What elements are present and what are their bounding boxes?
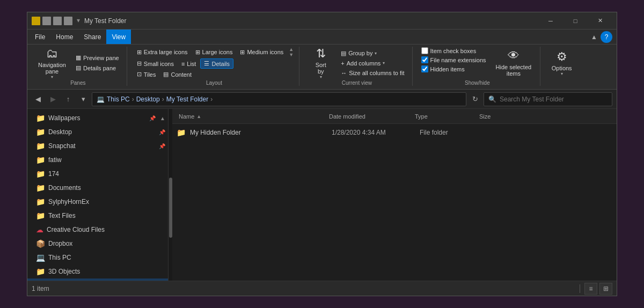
sidebar-item-text-files[interactable]: 📁 Text Files (27, 209, 172, 223)
sidebar-scrollbar[interactable] (168, 109, 172, 281)
hidden-items-checkbox[interactable]: Hidden items (419, 65, 488, 73)
table-row[interactable]: 📁 My Hidden Folder 1/28/2020 4:34 AM Fil… (172, 125, 617, 140)
sidebar: 📁 Wallpapers 📌 ▲ 📁 Desktop 📌 📁 Snapchat … (27, 109, 172, 281)
search-input[interactable] (500, 96, 608, 103)
menu-share[interactable]: Share (78, 30, 106, 44)
file-name-extensions-input[interactable] (421, 56, 428, 63)
breadcrumb-this-pc[interactable]: This PC (107, 96, 130, 103)
add-columns-dropdown-arrow: ▾ (383, 61, 385, 65)
folder-icon-fatiw: 📁 (36, 156, 45, 164)
ribbon-show-hide-group: Item check boxes File name extensions Hi… (417, 47, 541, 86)
extra-large-icons-icon: ⊞ (137, 49, 142, 56)
content-button[interactable]: ▤ Content (160, 70, 195, 79)
folder-icon-3d: 📁 (36, 267, 45, 276)
refresh-button[interactable]: ↻ (469, 93, 481, 106)
folder-icon-hidden: 📁 (177, 128, 186, 137)
preview-pane-button[interactable]: ▦ Preview pane (72, 53, 122, 62)
list-button[interactable]: ≡ List (178, 58, 200, 69)
ribbon-layout-group: ⊞ Extra large icons ⊞ Large icons ⊞ Medi… (131, 47, 300, 86)
close-button[interactable]: ✕ (588, 12, 612, 30)
tiles-button[interactable]: ⊡ Tiles (134, 70, 159, 79)
layout-row-1: ⊞ Extra large icons ⊞ Large icons ⊞ Medi… (134, 47, 295, 57)
maximize-button[interactable]: □ (563, 12, 588, 30)
sidebar-item-snapchat[interactable]: 📁 Snapchat 📌 (27, 139, 172, 153)
large-icons-button[interactable]: ⊞ Large icons (192, 47, 236, 57)
help-button[interactable]: ? (601, 31, 612, 43)
sort-by-icon: ⇅ (316, 47, 326, 61)
small-icons-button[interactable]: ⊟ Small icons (134, 58, 177, 69)
hidden-items-input[interactable] (421, 65, 428, 72)
medium-icons-button[interactable]: ⊞ Medium icons (237, 47, 287, 57)
navigation-pane-icon: 🗂 (46, 47, 58, 61)
details-view-button[interactable]: ≡ (584, 283, 597, 295)
minimize-button[interactable]: ─ (538, 12, 563, 30)
size-all-columns-button[interactable]: ↔ Size all columns to fit (338, 69, 407, 77)
menu-home[interactable]: Home (50, 30, 78, 44)
list-icon: ≡ (181, 61, 185, 67)
quick-access-icon[interactable] (42, 17, 51, 25)
up-button[interactable]: ↑ (62, 93, 75, 106)
nav-bar: ◀ ▶ ↑ ▾ 💻 This PC › Desktop › My Test Fo… (27, 90, 617, 109)
navigation-pane-button[interactable]: 🗂 Navigation pane ▾ (34, 47, 70, 79)
col-header-date[interactable]: Date modified (327, 109, 413, 123)
details-pane-icon: ▤ (76, 64, 81, 71)
file-name-extensions-checkbox[interactable]: File name extensions (419, 56, 488, 64)
hide-selected-button[interactable]: 👁 Hide selected items (492, 47, 536, 79)
recent-locations-button[interactable]: ▾ (77, 93, 90, 106)
breadcrumb-folder[interactable]: My Test Folder (166, 96, 208, 103)
ribbon-current-view-group: ⇅ Sort by ▾ ▤ Group by ▾ + Add columns ▾ (304, 47, 412, 86)
forward-button[interactable]: ▶ (47, 93, 60, 106)
menu-bar: File Home Share View ▲ ? (27, 30, 617, 45)
breadcrumb-desktop[interactable]: Desktop (136, 96, 160, 103)
sidebar-item-creative-cloud[interactable]: ☁ Creative Cloud Files (27, 223, 172, 237)
group-by-icon: ▤ (341, 50, 346, 57)
ribbon-options-group: ⚙ Options ▾ (545, 47, 581, 79)
search-icon: 🔍 (488, 96, 496, 103)
add-columns-icon: + (341, 60, 344, 67)
sidebar-item-documents[interactable]: 📁 Documents (27, 181, 172, 195)
back-button[interactable]: ◀ (32, 93, 45, 106)
folder-icon-desktop-quick: 📁 (36, 128, 45, 136)
medium-icons-icon: ⊞ (240, 49, 245, 56)
sidebar-item-sylphy[interactable]: 📁 SylphyHornEx (27, 195, 172, 209)
breadcrumb-pc-icon: 💻 (97, 96, 105, 103)
details-pane-button[interactable]: ▤ Details pane (72, 63, 122, 72)
menu-file[interactable]: File (30, 30, 50, 44)
sidebar-item-desktop-quick[interactable]: 📁 Desktop 📌 (27, 125, 172, 139)
pin-icon[interactable] (53, 17, 62, 25)
layout-scroll-buttons[interactable]: ▲ ▼ (288, 47, 295, 57)
preview-pane-icon: ▦ (76, 54, 81, 61)
sidebar-item-174[interactable]: 📁 174 (27, 167, 172, 181)
col-header-size[interactable]: Size (477, 109, 520, 123)
sort-arrow-wallpapers: ▲ (160, 115, 165, 121)
large-icons-view-button[interactable]: ⊞ (599, 283, 612, 295)
sort-by-button[interactable]: ⇅ Sort by ▾ (306, 47, 335, 79)
item-check-boxes-checkbox[interactable]: Item check boxes (419, 47, 488, 55)
menu-view[interactable]: View (106, 30, 131, 44)
sidebar-item-3d-objects[interactable]: 📁 3D Objects (27, 265, 172, 278)
sidebar-item-dropbox[interactable]: 📦 Dropbox (27, 237, 172, 251)
sidebar-item-this-pc[interactable]: 💻 This PC (27, 251, 172, 265)
col-header-name[interactable]: Name ▲ (177, 109, 327, 123)
group-by-button[interactable]: ▤ Group by ▾ (338, 49, 407, 58)
extra-large-icons-button[interactable]: ⊞ Extra large icons (134, 47, 191, 57)
sidebar-item-desktop-pc[interactable]: 📁 Desktop (27, 278, 172, 281)
status-divider (580, 284, 580, 293)
creative-cloud-icon: ☁ (36, 225, 43, 234)
undo-icon[interactable] (64, 17, 72, 25)
sidebar-item-wallpapers[interactable]: 📁 Wallpapers 📌 ▲ (27, 111, 172, 125)
chevron-up-icon[interactable]: ▲ (591, 33, 597, 41)
file-list: 📁 My Hidden Folder 1/28/2020 4:34 AM Fil… (172, 124, 617, 281)
options-button[interactable]: ⚙ Options ▾ (547, 47, 576, 79)
status-bar: 1 item ≡ ⊞ (27, 281, 617, 296)
layout-options: ⊞ Extra large icons ⊞ Large icons ⊞ Medi… (134, 47, 295, 79)
col-header-type[interactable]: Type (413, 109, 477, 123)
sidebar-scrollbar-thumb (169, 178, 172, 238)
explorer-window: ▾ My Test Folder ─ □ ✕ File Home Share V… (27, 12, 617, 296)
add-columns-button[interactable]: + Add columns ▾ (338, 59, 407, 68)
details-button[interactable]: ☰ Details (200, 58, 233, 69)
file-area: Name ▲ Date modified Type Size 📁 My Hidd… (172, 109, 617, 281)
details-icon: ☰ (204, 60, 209, 67)
sidebar-item-fatiw[interactable]: 📁 fatiw (27, 153, 172, 167)
item-check-boxes-input[interactable] (421, 47, 428, 54)
